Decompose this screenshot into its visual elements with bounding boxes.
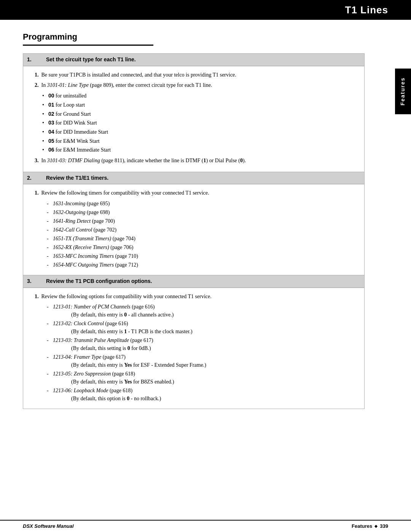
step-2-number: 2. bbox=[27, 174, 42, 182]
steps-container: 1. Set the circuit type for each T1 line… bbox=[23, 53, 365, 409]
page-title: T1 Lines bbox=[345, 4, 388, 16]
circuit-type-list: 00 for uninstalled 01 for Loop start 02 … bbox=[42, 92, 357, 154]
list-item: 1631-Incoming (page 695) bbox=[46, 200, 357, 208]
pcb-options-list: 1213-01: Number of PCM Channels (page 61… bbox=[46, 303, 357, 403]
footer-page-number: 339 bbox=[380, 523, 388, 530]
list-item: 1654-MFC Outgoing Timers (page 712) bbox=[46, 261, 357, 269]
list-item: 03 for DID Wink Start bbox=[42, 119, 357, 127]
side-tab: Features bbox=[395, 69, 411, 114]
list-item: 00 for uninstalled bbox=[42, 92, 357, 100]
step-1-block: 1. Set the circuit type for each T1 line… bbox=[23, 53, 365, 172]
step-1-sub-3: 3. In 3101-03: DTMF Dialing (page 811), … bbox=[35, 157, 357, 165]
list-item: 1213-04: Framer Type (page 617) (By defa… bbox=[46, 353, 357, 369]
step-2-sub-1: 1. Review the following timers for compa… bbox=[35, 189, 357, 197]
page-container: T1 Lines Features Programming 1. Set the… bbox=[0, 0, 411, 532]
step-3-title: Review the T1 PCB configuration options. bbox=[46, 278, 152, 285]
step-2-title: Review the T1/E1 timers. bbox=[46, 174, 108, 182]
page-footer: DSX Software Manual Features ◆ 339 bbox=[0, 520, 411, 532]
step-1-header: 1. Set the circuit type for each T1 line… bbox=[23, 54, 364, 66]
step-3-content: 1. Review the following options for comp… bbox=[23, 288, 364, 409]
list-item: 1213-03: Transmit Pulse Amplitude (page … bbox=[46, 336, 357, 352]
footer-diamond: ◆ bbox=[374, 524, 378, 529]
list-item: 1652-RX (Receive Timers) (page 706) bbox=[46, 243, 357, 251]
list-item: 02 for Ground Start bbox=[42, 110, 357, 118]
list-item: 1213-06: Loopback Mode (page 618) (By de… bbox=[46, 387, 357, 403]
list-item: 1641-Ring Detect (page 700) bbox=[46, 217, 357, 225]
timer-list: 1631-Incoming (page 695) 1632-Outgoing (… bbox=[46, 200, 357, 269]
step-3-sub-1: 1. Review the following options for comp… bbox=[35, 292, 357, 301]
step-1-number: 1. bbox=[27, 56, 42, 64]
step-3-header: 3. Review the T1 PCB configuration optio… bbox=[23, 275, 364, 288]
step-1-title: Set the circuit type for each T1 line. bbox=[46, 56, 136, 64]
page-title-bar: T1 Lines bbox=[0, 0, 411, 20]
section-title: Programming bbox=[23, 31, 153, 46]
list-item: 01 for Loop start bbox=[42, 101, 357, 109]
list-item: 1213-02: Clock Control (page 616) (By de… bbox=[46, 320, 357, 335]
footer-section-label: Features bbox=[352, 523, 372, 530]
step-2-header: 2. Review the T1/E1 timers. bbox=[23, 172, 364, 185]
list-item: 1642-Call Control (page 702) bbox=[46, 226, 357, 234]
step-3-block: 3. Review the T1 PCB configuration optio… bbox=[23, 275, 365, 409]
step-1-content: 1. Be sure your T1PCB is installed and c… bbox=[23, 66, 364, 172]
list-item: 1213-01: Number of PCM Channels (page 61… bbox=[46, 303, 357, 319]
list-item: 1213-05: Zero Suppression (page 618) (By… bbox=[46, 370, 357, 386]
step-1-sub-2: 2. In 3101-01: Line Type (page 809), ent… bbox=[35, 81, 357, 89]
footer-manual-title: DSX Software Manual bbox=[23, 523, 74, 530]
list-item: 04 for DID Immediate Start bbox=[42, 128, 357, 136]
section-heading: Programming bbox=[23, 31, 365, 46]
step-3-number: 3. bbox=[27, 278, 42, 285]
list-item: 1653-MFC Incoming Timers (page 710) bbox=[46, 252, 357, 260]
footer-right: Features ◆ 339 bbox=[352, 523, 388, 530]
list-item: 1632-Outgoing (page 698) bbox=[46, 208, 357, 216]
list-item: 1651-TX (Transmit Timers) (page 704) bbox=[46, 235, 357, 243]
step-1-sub-1: 1. Be sure your T1PCB is installed and c… bbox=[35, 71, 357, 79]
main-content: Programming 1. Set the circuit type for … bbox=[0, 20, 395, 420]
list-item: 06 for E&M Immediate Start bbox=[42, 146, 357, 154]
step-2-content: 1. Review the following timers for compa… bbox=[23, 184, 364, 275]
list-item: 05 for E&M Wink Start bbox=[42, 137, 357, 145]
step-2-block: 2. Review the T1/E1 timers. 1. Review th… bbox=[23, 172, 365, 275]
